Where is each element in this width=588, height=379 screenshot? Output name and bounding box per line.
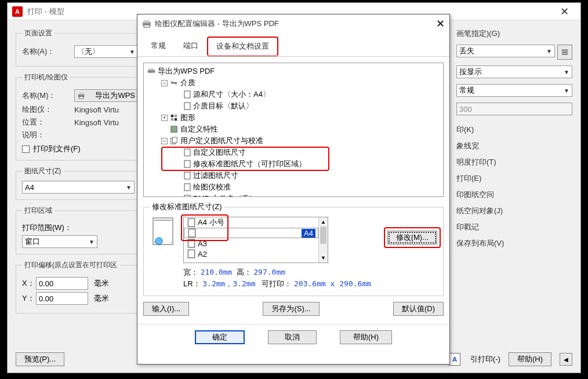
list-item[interactable]: A4 小号 (184, 217, 318, 228)
app-icon: A (12, 6, 23, 17)
dpi-input: 300 (456, 103, 572, 115)
list-item-selected[interactable]: A4 (184, 228, 318, 238)
item-label: A2 (198, 250, 207, 258)
printer-name-select[interactable]: 导出为WPS (74, 89, 138, 102)
tree-media[interactable]: −介质 (145, 77, 442, 89)
list-icon (561, 48, 569, 56)
pen-settings-button[interactable] (557, 45, 572, 60)
preview-label: 预览(P)... (24, 354, 56, 365)
properties-icon (170, 125, 178, 133)
list-item[interactable]: A2 (184, 249, 318, 259)
svg-rect-26 (184, 195, 190, 197)
media-icon (170, 79, 178, 87)
paper-size-list[interactable]: A4 小号 A4 A3 A2 ▲ ▼ (183, 217, 328, 263)
svg-rect-23 (184, 161, 190, 167)
paper-size-select[interactable]: A4 ▼ (22, 181, 135, 194)
preview-button[interactable]: 预览(P)... (16, 352, 64, 366)
tree-root[interactable]: 导出为WPS PDF (145, 65, 442, 77)
print-range-select[interactable]: 窗口 ▼ (22, 235, 97, 248)
close-icon[interactable]: ✕ (427, 17, 445, 30)
expand-button[interactable]: ◀ (560, 353, 572, 366)
location-value: Kingsoft Virtu (74, 118, 119, 127)
default-button[interactable]: 默认值(D) (393, 302, 444, 316)
tree-view[interactable]: 导出为WPS PDF −介质 源和尺寸〈大小：A4〉 介质目标〈默认〉 +图形 … (143, 63, 444, 197)
close-icon[interactable]: ✕ (553, 5, 576, 19)
minus-icon[interactable]: − (161, 138, 168, 144)
plotter-label: 绘图仪： (22, 104, 74, 115)
tree-calib[interactable]: 绘图仪校准 (145, 181, 442, 193)
tree-custom-size-label: 自定义图纸尺寸 (193, 147, 246, 158)
tree-custom-size[interactable]: 自定义图纸尺寸 (145, 147, 442, 158)
h-val: 297.0mm (253, 268, 285, 276)
scroll-thumb[interactable] (320, 227, 326, 244)
item-label: A4 小号 (198, 217, 224, 228)
import-button[interactable]: 输入(I)... (143, 302, 189, 316)
help-button[interactable]: 帮助(H) (340, 330, 392, 344)
chevron-down-icon: ▼ (546, 48, 552, 54)
page-icon (184, 90, 191, 99)
tree-filter[interactable]: 过滤图纸尺寸 (145, 170, 442, 181)
svg-rect-29 (188, 218, 194, 227)
tree-pmp[interactable]: PMP 文件名〈无〉 (145, 193, 442, 197)
help-label: 帮助(H) (353, 332, 379, 342)
plotter-value: Kingsoft Virtu (74, 105, 119, 114)
page-icon (184, 102, 191, 110)
svg-rect-12 (149, 68, 154, 71)
svg-rect-19 (171, 126, 177, 133)
saveas-label: 另存为(S)... (271, 304, 310, 314)
page-setup-select[interactable]: 〈无〉 ▼ (74, 45, 138, 58)
main-help-button[interactable]: 帮助(H) (509, 352, 551, 366)
tree-modify-std[interactable]: 修改标准图纸尺寸（可打印区域） (145, 158, 442, 170)
w-val: 210.0mm (201, 268, 233, 276)
chevron-down-icon: ▼ (564, 69, 569, 75)
page-icon (184, 160, 191, 168)
display-select[interactable]: 按显示 ▼ (456, 65, 572, 78)
page-setup-legend: 页面设置 (22, 28, 55, 38)
tab-general[interactable]: 常规 (142, 37, 175, 56)
tree-custom-props[interactable]: 自定义特性 (145, 123, 442, 135)
quality-value: 常规 (459, 85, 474, 96)
opt-v: 保存到布局(V) (456, 238, 572, 249)
ok-button[interactable]: 确定 (195, 330, 245, 344)
tree-user-sizes[interactable]: −用户定义图纸尺寸与校准 (145, 135, 442, 147)
tree-graphics[interactable]: +图形 (145, 112, 442, 123)
chevron-down-icon: ▼ (129, 49, 135, 55)
list-item[interactable]: A3 (184, 238, 318, 249)
quality-select[interactable]: 常规 ▼ (456, 84, 572, 97)
location-label: 位置： (22, 117, 74, 127)
scroll-up-icon[interactable]: ▲ (319, 217, 328, 227)
cancel-button[interactable]: 取消 (268, 330, 317, 344)
scroll-down-icon[interactable]: ▼ (319, 253, 328, 263)
plus-icon[interactable]: + (161, 115, 168, 121)
svg-point-28 (155, 238, 162, 245)
tree-source-size[interactable]: 源和尺寸〈大小：A4〉 (145, 89, 442, 100)
print-range-label: 打印范围(W)： (22, 223, 72, 233)
pen-assign-select[interactable]: 丢失 ▼ (456, 45, 555, 57)
page-setup-value: 〈无〉 (77, 46, 100, 57)
x-input[interactable]: 0.00 (36, 277, 88, 290)
print-to-file-checkbox[interactable]: 打印到文件(F) (22, 144, 138, 154)
minus-icon[interactable]: − (161, 80, 168, 86)
item-label: A4 (302, 229, 315, 238)
tree-filter-label: 过滤图纸尺寸 (193, 170, 238, 181)
tree-graphics-label: 图形 (180, 112, 195, 123)
display-value: 按显示 (459, 67, 482, 77)
printer-icon (147, 67, 155, 75)
y-input[interactable]: 0.00 (36, 292, 88, 305)
save-as-button[interactable]: 另存为(S)... (263, 302, 319, 316)
tab-device-doc[interactable]: 设备和文档设置 (207, 37, 278, 56)
print-area-group: 打印区域 打印范围(W)： 窗口 ▼ (16, 206, 141, 254)
ok-label: 确定 (212, 332, 227, 342)
svg-rect-32 (188, 250, 194, 258)
tab-port-label: 端口 (183, 41, 198, 50)
svg-rect-21 (172, 137, 177, 143)
chevron-down-icon: ▼ (564, 88, 569, 94)
tab-port[interactable]: 端口 (175, 37, 207, 56)
dpi-value: 300 (459, 105, 472, 114)
x-label: X： (22, 278, 36, 289)
printable-label: 可打印： (262, 279, 292, 288)
svg-rect-14 (184, 103, 190, 110)
tree-media-target[interactable]: 介质目标〈默认〉 (145, 100, 442, 112)
scrollbar[interactable]: ▲ ▼ (318, 217, 328, 263)
modify-button[interactable]: 修改(M)... (387, 231, 437, 245)
